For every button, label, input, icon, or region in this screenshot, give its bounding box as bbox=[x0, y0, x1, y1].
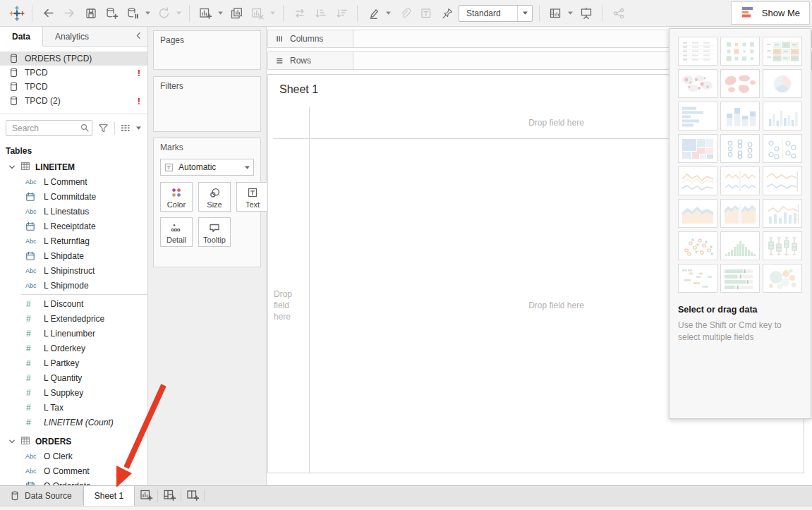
share-button[interactable] bbox=[609, 4, 628, 23]
pages-shelf[interactable]: Pages bbox=[153, 30, 261, 70]
new-worksheet-button[interactable] bbox=[196, 4, 215, 23]
highlight-button[interactable] bbox=[364, 4, 383, 23]
showme-thumb-histogram[interactable] bbox=[720, 231, 760, 260]
pause-auto-updates-button[interactable] bbox=[123, 4, 143, 23]
table-group-header[interactable]: ORDERS bbox=[0, 434, 147, 449]
field-item[interactable]: L Commitdate bbox=[0, 189, 147, 204]
group-members-button[interactable] bbox=[395, 4, 414, 23]
field-item[interactable]: AbcL Returnflag bbox=[0, 233, 147, 248]
field-item[interactable]: AbcL Shipmode bbox=[0, 278, 147, 293]
field-item[interactable]: L Shipdate bbox=[0, 248, 147, 263]
showme-thumb-discrete-lines[interactable] bbox=[720, 166, 760, 195]
view-options-icon[interactable] bbox=[121, 123, 130, 133]
showme-thumb-bullet-graph[interactable] bbox=[720, 264, 760, 293]
show-hide-cards-button-caret-icon[interactable] bbox=[567, 4, 575, 23]
field-item[interactable]: L Receiptdate bbox=[0, 219, 147, 233]
show-mark-labels-button[interactable] bbox=[416, 4, 435, 23]
highlight-button-caret-icon[interactable] bbox=[385, 4, 393, 23]
collapse-pane-button[interactable] bbox=[129, 27, 147, 46]
sort-ascending-button[interactable] bbox=[311, 4, 330, 23]
new-dashboard-button[interactable] bbox=[158, 486, 181, 506]
field-item[interactable]: AbcO Comment bbox=[0, 463, 147, 478]
showme-thumb-circle-views[interactable] bbox=[720, 134, 760, 163]
clear-sheet-button-caret-icon[interactable] bbox=[269, 4, 277, 23]
new-data-source-button[interactable] bbox=[102, 4, 121, 23]
field-item[interactable]: AbcL Shipinstruct bbox=[0, 263, 147, 278]
redo-button[interactable] bbox=[60, 4, 79, 23]
duplicate-sheet-button[interactable] bbox=[227, 4, 246, 23]
field-item[interactable]: #L Quantity bbox=[0, 370, 147, 385]
color-button[interactable]: Color bbox=[160, 182, 193, 212]
new-worksheet-tab-button[interactable] bbox=[135, 486, 157, 506]
showme-thumb-continuous-lines[interactable] bbox=[678, 166, 717, 195]
field-item[interactable]: #L Extendedprice bbox=[0, 311, 147, 326]
undo-button[interactable] bbox=[39, 4, 58, 23]
field-item[interactable]: #L Discount bbox=[0, 296, 147, 311]
showme-thumb-filled-map[interactable] bbox=[720, 69, 760, 98]
filter-fields-icon[interactable] bbox=[98, 123, 109, 133]
showme-thumb-dual-combination[interactable] bbox=[763, 199, 802, 228]
run-update-button[interactable] bbox=[154, 4, 174, 23]
run-update-button-caret-icon[interactable] bbox=[176, 4, 183, 23]
showme-thumb-side-by-side-bars[interactable] bbox=[763, 102, 802, 130]
tab-data-source[interactable]: Data Source bbox=[0, 486, 83, 506]
field-item[interactable]: AbcL Comment bbox=[0, 174, 147, 189]
chevron-down-icon[interactable] bbox=[8, 164, 16, 170]
size-button[interactable]: Size bbox=[198, 182, 231, 212]
showme-thumb-heat-map[interactable] bbox=[720, 37, 760, 66]
data-source-item[interactable]: TPCD (2)! bbox=[0, 94, 147, 108]
presentation-mode-button[interactable] bbox=[577, 4, 596, 23]
showme-thumb-box-and-whisker[interactable] bbox=[763, 231, 802, 260]
new-story-button[interactable] bbox=[181, 486, 204, 506]
showme-thumb-pie-chart[interactable] bbox=[763, 69, 802, 98]
data-source-item[interactable]: ORDERS (TPCD) bbox=[0, 51, 147, 66]
sort-descending-button[interactable] bbox=[332, 4, 351, 23]
view-options-caret-icon[interactable] bbox=[135, 126, 142, 130]
clear-sheet-button[interactable] bbox=[248, 4, 267, 23]
field-item[interactable]: O Orderdate bbox=[0, 478, 147, 485]
field-item[interactable]: #LINEITEM (Count) bbox=[0, 415, 147, 430]
pause-auto-updates-button-caret-icon[interactable] bbox=[145, 4, 152, 23]
chevron-down-icon[interactable] bbox=[517, 6, 532, 21]
data-source-item[interactable]: TPCD! bbox=[0, 66, 147, 80]
field-item[interactable]: #L Partkey bbox=[0, 356, 147, 370]
tab-analytics[interactable]: Analytics bbox=[43, 27, 101, 46]
filters-shelf[interactable]: Filters bbox=[153, 76, 261, 132]
swap-rows-columns-button[interactable] bbox=[290, 4, 309, 23]
showme-thumb-horizontal-bars[interactable] bbox=[678, 102, 717, 130]
chevron-down-icon[interactable] bbox=[8, 439, 16, 444]
field-item[interactable]: #L Suppkey bbox=[0, 385, 147, 400]
detail-button[interactable]: Detail bbox=[160, 217, 193, 247]
showme-thumb-treemap[interactable] bbox=[678, 134, 717, 163]
search-input[interactable] bbox=[6, 120, 92, 136]
drop-zone-rows[interactable]: Drop field here bbox=[274, 138, 309, 473]
showme-thumb-packed-bubbles[interactable] bbox=[763, 264, 802, 293]
tab-sheet-1[interactable]: Sheet 1 bbox=[83, 486, 135, 506]
showme-thumb-symbol-map[interactable] bbox=[678, 69, 717, 98]
field-item[interactable]: #L Orderkey bbox=[0, 341, 147, 356]
showme-thumb-dual-lines[interactable] bbox=[763, 166, 802, 195]
field-item[interactable]: AbcO Clerk bbox=[0, 449, 147, 463]
showme-thumb-scatter-plot[interactable] bbox=[678, 231, 717, 260]
table-group-header[interactable]: LINEITEM bbox=[0, 159, 147, 174]
showme-thumb-continuous-area[interactable] bbox=[678, 199, 717, 228]
tab-data[interactable]: Data bbox=[0, 27, 43, 47]
save-button[interactable] bbox=[81, 4, 100, 23]
showme-thumb-text-table[interactable] bbox=[678, 37, 717, 66]
show-hide-cards-button[interactable] bbox=[546, 4, 565, 23]
showme-thumb-discrete-area[interactable] bbox=[720, 199, 760, 228]
data-source-item[interactable]: TPCD bbox=[0, 80, 147, 94]
showme-thumb-highlight-table[interactable] bbox=[763, 37, 802, 66]
fit-selector[interactable]: Standard bbox=[459, 5, 533, 22]
tooltip-button[interactable]: Tooltip bbox=[198, 217, 231, 247]
mark-type-dropdown[interactable]: Automatic bbox=[160, 159, 254, 176]
text-button[interactable]: Text bbox=[236, 182, 269, 212]
new-worksheet-button-caret-icon[interactable] bbox=[217, 4, 225, 23]
field-item[interactable]: #L Tax bbox=[0, 400, 147, 415]
chevron-down-icon[interactable] bbox=[241, 165, 253, 170]
showme-thumb-side-by-side-circles[interactable] bbox=[763, 134, 802, 163]
showme-thumb-gantt[interactable] bbox=[678, 264, 717, 293]
field-item[interactable]: #L Linenumber bbox=[0, 326, 147, 341]
showme-thumb-stacked-bars[interactable] bbox=[720, 102, 760, 130]
fix-axes-button[interactable] bbox=[437, 4, 456, 23]
